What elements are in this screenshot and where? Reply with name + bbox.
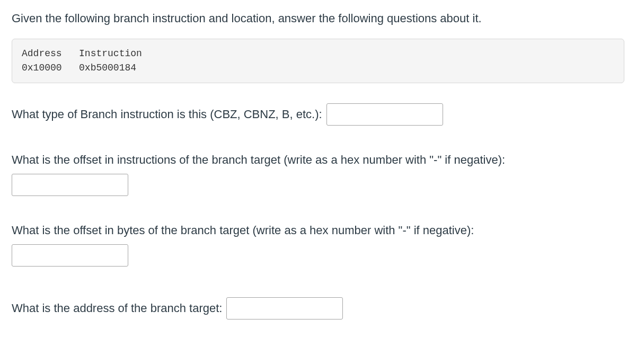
question-2: What is the offset in instructions of th… — [12, 151, 624, 196]
code-row-address: 0x10000 — [22, 63, 62, 73]
question-3-input[interactable] — [12, 244, 128, 267]
code-header-address: Address — [22, 48, 62, 59]
question-1-prompt: What type of Branch instruction is this … — [12, 105, 322, 123]
code-block: Address Instruction 0x10000 0xb5000184 — [12, 39, 624, 83]
question-intro: Given the following branch instruction a… — [12, 11, 624, 27]
question-3-prompt: What is the offset in bytes of the branc… — [12, 221, 624, 239]
question-2-input[interactable] — [12, 174, 128, 196]
question-2-prompt: What is the offset in instructions of th… — [12, 151, 624, 168]
question-4-input[interactable] — [226, 297, 343, 319]
question-1-input[interactable] — [326, 103, 443, 126]
code-header-instruction: Instruction — [79, 48, 142, 59]
code-row-instruction: 0xb5000184 — [79, 63, 136, 73]
question-3: What is the offset in bytes of the branc… — [12, 221, 624, 267]
question-4-prompt: What is the address of the branch target… — [12, 299, 222, 317]
question-4: What is the address of the branch target… — [12, 297, 624, 319]
question-1: What type of Branch instruction is this … — [12, 103, 624, 126]
